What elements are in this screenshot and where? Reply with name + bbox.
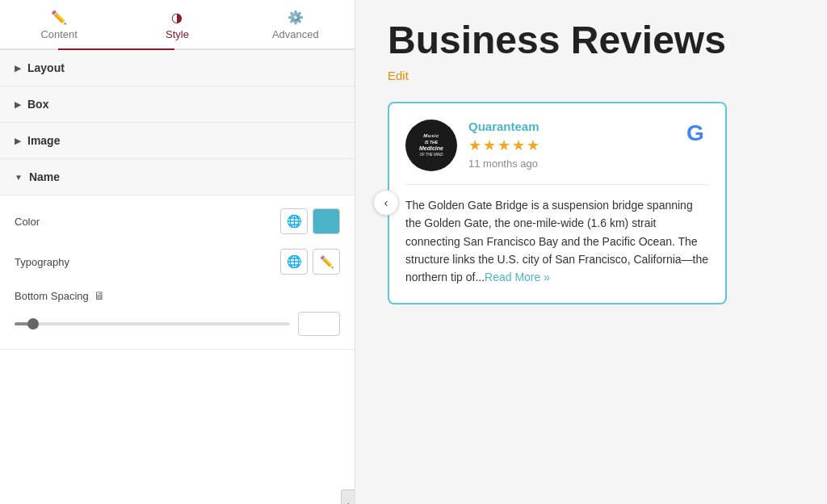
bottom-spacing-slider[interactable] bbox=[15, 322, 290, 326]
stars-row: ★ ★ ★ ★ ★ bbox=[468, 136, 539, 154]
section-box[interactable]: ▶ Box bbox=[0, 86, 355, 123]
tab-style[interactable]: ◑ Style bbox=[118, 0, 236, 48]
review-header: Music IS THE Medicine OF THE MIND Quaran… bbox=[405, 120, 709, 171]
name-label: Name bbox=[29, 170, 60, 183]
color-swatch[interactable] bbox=[313, 208, 340, 234]
color-label: Color bbox=[15, 216, 40, 228]
tabs-bar: ✏️ Content ◑ Style ⚙️ Advanced bbox=[0, 0, 355, 50]
slider-row bbox=[15, 312, 340, 336]
panel-collapse-button[interactable]: ‹ bbox=[341, 489, 355, 504]
avatar: Music IS THE Medicine OF THE MIND bbox=[405, 120, 457, 171]
name-chevron: ▼ bbox=[15, 173, 23, 182]
typography-edit-button[interactable]: ✏️ bbox=[313, 249, 340, 275]
section-name: ▼ Name Color 🌐 Typography 🌐 ✏ bbox=[0, 159, 355, 350]
star-2: ★ bbox=[483, 136, 496, 154]
typography-globe-button[interactable]: 🌐 bbox=[280, 249, 308, 275]
avatar-line1: Music bbox=[423, 133, 439, 140]
typography-control: Typography 🌐 ✏️ bbox=[15, 249, 340, 275]
typography-controls-right: 🌐 ✏️ bbox=[280, 249, 340, 275]
monitor-icon: 🖥 bbox=[94, 289, 105, 302]
advanced-icon: ⚙️ bbox=[288, 10, 304, 25]
preview-panel: Business Reviews Edit ‹ Music IS THE Med… bbox=[355, 0, 827, 504]
layout-chevron: ▶ bbox=[15, 64, 21, 73]
tab-advanced[interactable]: ⚙️ Advanced bbox=[237, 0, 355, 48]
avatar-inner: Music IS THE Medicine OF THE MIND bbox=[405, 120, 457, 171]
sections-list: ▶ Layout ▶ Box ▶ Image ▼ Name Color bbox=[0, 50, 355, 504]
star-4: ★ bbox=[512, 136, 525, 154]
review-text: The Golden Gate Bridge is a suspension b… bbox=[405, 196, 709, 287]
settings-panel: ✏️ Content ◑ Style ⚙️ Advanced ▶ Layout … bbox=[0, 0, 355, 504]
section-layout[interactable]: ▶ Layout bbox=[0, 50, 355, 86]
star-1: ★ bbox=[468, 136, 481, 154]
tab-advanced-label: Advanced bbox=[272, 28, 319, 40]
tab-content[interactable]: ✏️ Content bbox=[0, 0, 118, 48]
google-logo: G bbox=[683, 120, 709, 145]
image-label: Image bbox=[27, 134, 60, 147]
name-controls: Color 🌐 Typography 🌐 ✏️ bbox=[0, 195, 355, 349]
star-3: ★ bbox=[497, 136, 510, 154]
bottom-spacing-input[interactable] bbox=[298, 312, 340, 336]
review-card: Music IS THE Medicine OF THE MIND Quaran… bbox=[388, 102, 727, 304]
bottom-spacing-text: Bottom Spacing bbox=[15, 290, 89, 302]
edit-link[interactable]: Edit bbox=[388, 69, 409, 82]
time-ago: 11 months ago bbox=[468, 158, 539, 170]
style-icon: ◑ bbox=[171, 10, 183, 25]
color-controls-right: 🌐 bbox=[280, 208, 340, 234]
content-icon: ✏️ bbox=[51, 10, 67, 25]
layout-label: Layout bbox=[27, 61, 65, 74]
section-image[interactable]: ▶ Image bbox=[0, 123, 355, 159]
tab-style-label: Style bbox=[166, 28, 189, 40]
bottom-spacing-label-row: Bottom Spacing 🖥 bbox=[15, 289, 340, 302]
reviewer-name: Quaranteam bbox=[468, 120, 539, 133]
box-label: Box bbox=[27, 98, 48, 111]
bottom-spacing-control: Bottom Spacing 🖥 bbox=[15, 289, 340, 336]
review-body: The Golden Gate Bridge is a suspension b… bbox=[405, 199, 708, 284]
prev-arrow[interactable]: ‹ bbox=[373, 190, 399, 216]
image-chevron: ▶ bbox=[15, 136, 21, 145]
name-header[interactable]: ▼ Name bbox=[0, 159, 355, 195]
page-title: Business Reviews bbox=[388, 19, 795, 62]
reviewer-info: Music IS THE Medicine OF THE MIND Quaran… bbox=[405, 120, 539, 171]
svg-text:G: G bbox=[686, 120, 704, 145]
star-5: ★ bbox=[527, 136, 539, 154]
review-card-wrapper: ‹ Music IS THE Medicine OF THE MIND Quar… bbox=[388, 102, 795, 304]
box-chevron: ▶ bbox=[15, 100, 21, 109]
avatar-line4: OF THE MIND bbox=[419, 153, 443, 158]
review-divider bbox=[405, 184, 709, 185]
typography-label: Typography bbox=[15, 256, 69, 268]
reviewer-details: Quaranteam ★ ★ ★ ★ ★ 11 months ago bbox=[468, 120, 539, 170]
tab-content-label: Content bbox=[40, 28, 78, 40]
color-globe-button[interactable]: 🌐 bbox=[280, 208, 308, 234]
read-more-link[interactable]: Read More » bbox=[485, 271, 550, 284]
avatar-line3: Medicine bbox=[419, 145, 443, 152]
color-control: Color 🌐 bbox=[15, 208, 340, 234]
